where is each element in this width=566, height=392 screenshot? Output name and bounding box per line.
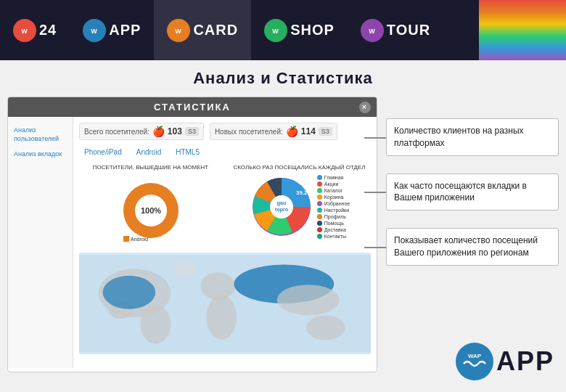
legend-label-9: Контакты [324, 234, 346, 239]
annotations-column: Количество клиентов на разных платформах… [386, 97, 559, 372]
stats-window-title: СТАТИСТИКА [154, 102, 231, 113]
legend-label-5: Настройки [324, 208, 349, 213]
pie-chart-container: СКОЛЬКО РАЗ ПОСЕЩАЛИСЬ КАЖДЫЙ ОТДЕЛ [228, 164, 371, 247]
legend-label-8: Доставка [324, 227, 346, 232]
legend-label-4: Избранное [324, 201, 350, 206]
annotation-3-wrapper: Показывает количество посещений Вашего п… [386, 228, 559, 266]
tab-android[interactable]: Android [131, 146, 166, 158]
chart2-title: СКОЛЬКО РАЗ ПОСЕЩАЛИСЬ КАЖДЫЙ ОТДЕЛ [233, 164, 365, 171]
metric-total-label: Всего посетителей: [84, 128, 149, 136]
legend-item-6: Профиль [317, 214, 350, 219]
legend-item-9: Контакты [317, 234, 350, 239]
svg-text:WAP: WAP [468, 353, 482, 359]
nav-item-24[interactable]: W 24 [0, 0, 70, 60]
world-map-area [79, 253, 371, 354]
svg-text:W: W [176, 28, 183, 35]
legend-dot-1 [317, 181, 322, 187]
pie-legend: Главная Акции Каталог [317, 175, 350, 239]
legend-label-6: Профиль [324, 214, 346, 219]
legend-dot-6 [317, 214, 322, 219]
world-map-svg [79, 253, 371, 354]
svg-text:topro: topro [275, 207, 288, 213]
annotation-1-wrapper: Количество клиентов на разных платформах [386, 118, 559, 156]
charts-row: ПОСЕТИТЕЛИ, ВЫШЕДШИЕ НА МОМЕНТ 100% Andr… [79, 164, 371, 247]
legend-item-5: Настройки [317, 208, 350, 213]
svg-text:W: W [369, 28, 376, 35]
annotation-text-2: Как часто посещаются вкладки в Вашем при… [394, 181, 527, 203]
nav-item-tour[interactable]: W TOUR [348, 0, 443, 60]
svg-point-31 [457, 344, 492, 379]
wap-app-text: APP [496, 346, 554, 377]
metric-new-label: Новых посетителей: [215, 128, 283, 136]
svg-rect-13 [123, 236, 129, 242]
annotation-1-line [364, 137, 386, 139]
nav-logo-card: W [167, 19, 190, 42]
pie-chart-svg: gau topro 39.2% [249, 174, 314, 240]
svg-text:Android: Android [131, 237, 148, 242]
legend-item-3: Корзина [317, 195, 350, 200]
nav-item-card[interactable]: W CARD [154, 0, 251, 60]
nav-logo-tour: W [361, 19, 384, 42]
metric-group-new: Новых посетителей: 🍎 114 S3 [210, 123, 337, 140]
legend-dot-4 [317, 201, 322, 206]
legend-item-0: Главная [317, 175, 350, 180]
nav-logo-24: W [13, 19, 36, 42]
annotation-box-3: Показывает количество посещений Вашего п… [386, 228, 559, 266]
svg-text:W: W [21, 28, 28, 35]
annotation-box-2: Как часто посещаются вкладки в Вашем при… [386, 173, 559, 211]
svg-text:W: W [91, 28, 99, 35]
nav-rainbow-bar [479, 0, 566, 60]
annotation-3-line [364, 247, 386, 248]
stats-window-header: СТАТИСТИКА × [8, 97, 377, 117]
sidebar-item-users[interactable]: Анализ пользователей [11, 123, 70, 147]
annotation-2-wrapper: Как часто посещаются вкладки в Вашем при… [386, 173, 559, 211]
legend-dot-9 [317, 234, 322, 239]
platform-tabs: Phone/iPad Android HTML5 [79, 146, 371, 158]
svg-point-30 [173, 260, 196, 277]
legend-dot-8 [317, 227, 322, 232]
nav-items: W 24 W APP W CARD [0, 0, 443, 60]
close-button[interactable]: × [359, 102, 371, 113]
tab-html5[interactable]: HTML5 [171, 146, 205, 158]
metric-badge-1: S3 [185, 127, 199, 136]
nav-label-tour: TOUR [387, 22, 430, 38]
legend-label-0: Главная [324, 175, 344, 180]
legend-dot-3 [317, 195, 322, 200]
legend-dot-7 [317, 221, 322, 226]
page-content: Анализ и Статистика СТАТИСТИКА × Анализ … [0, 60, 566, 392]
nav-label-shop: SHOP [290, 22, 335, 38]
legend-label-1: Акции [324, 181, 339, 187]
sidebar-item-tabs[interactable]: Анализ вкладок [11, 147, 70, 163]
legend-dot-0 [317, 175, 322, 180]
stats-sidebar: Анализ пользователей Анализ вкладок [8, 117, 73, 368]
nav-label-app: APP [109, 22, 141, 38]
legend-label-2: Каталог [324, 188, 343, 193]
svg-point-27 [277, 285, 340, 315]
tab-phone-ipad[interactable]: Phone/iPad [79, 146, 127, 158]
legend-item-7: Помощь [317, 221, 350, 226]
legend-item-4: Избранное [317, 201, 350, 206]
nav-item-shop[interactable]: W SHOP [251, 0, 348, 60]
chart1-title: ПОСЕТИТЕЛИ, ВЫШЕДШИЕ НА МОМЕНТ [93, 164, 208, 171]
annotation-text-1: Количество клиентов на разных платформах [394, 126, 524, 148]
nav-logo-app: W [83, 19, 106, 42]
annotation-text-3: Показывает количество посещений Вашего п… [394, 235, 538, 258]
stats-main-content: Всего посетителей: 🍎 103 S3 Новых посети… [73, 117, 377, 368]
nav-label-24: 24 [39, 22, 57, 38]
nav-label-card: CARD [193, 22, 238, 38]
legend-item-8: Доставка [317, 227, 350, 232]
metric-group-total: Всего посетителей: 🍎 103 S3 [79, 123, 204, 140]
legend-label-7: Помощь [324, 221, 344, 226]
stats-window: СТАТИСТИКА × Анализ пользователей Анализ… [7, 97, 377, 372]
nav-item-app[interactable]: W APP [70, 0, 154, 60]
annotation-2-line [364, 192, 386, 193]
svg-text:100%: 100% [140, 206, 160, 215]
svg-point-23 [140, 305, 171, 344]
metric-apple-icon-1: 🍎 [152, 126, 165, 137]
svg-text:W: W [272, 28, 279, 35]
donut-chart-container: ПОСЕТИТЕЛИ, ВЫШЕДШИЕ НА МОМЕНТ 100% Andr… [79, 164, 222, 247]
svg-point-25 [206, 295, 237, 339]
stats-window-body: Анализ пользователей Анализ вкладок Всег… [8, 117, 377, 368]
legend-dot-2 [317, 188, 322, 193]
annotation-box-1: Количество клиентов на разных платформах [386, 118, 559, 156]
